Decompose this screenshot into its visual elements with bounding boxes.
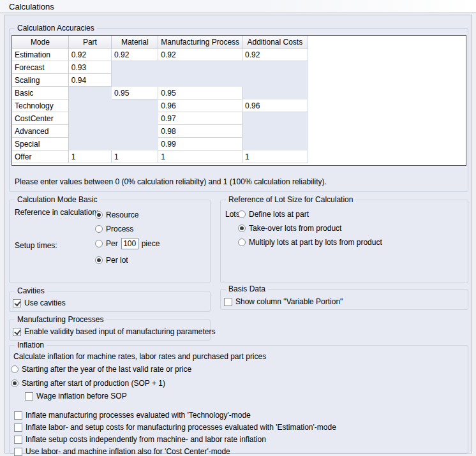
- group-title: Inflation: [15, 341, 47, 349]
- accuracy-value-cell[interactable]: 1: [69, 151, 112, 163]
- checkbox-enable-validity-input[interactable]: Enable validity based input of manufactu…: [13, 327, 216, 337]
- accuracy-row-technology: Technology0.960.96: [12, 99, 466, 112]
- accuracy-disabled-cell: [69, 99, 112, 112]
- accuracy-value-cell[interactable]: 1: [158, 151, 242, 163]
- grid-filler: [308, 151, 466, 163]
- accuracy-range-note: Please enter values between 0 (0% calcul…: [15, 177, 327, 186]
- accuracy-disabled-cell: [69, 138, 112, 151]
- accuracy-disabled-cell: [112, 112, 158, 125]
- radio-indicator[interactable]: [11, 379, 19, 387]
- checkbox-indicator[interactable]: [14, 448, 22, 456]
- accuracy-value-cell[interactable]: 0.92: [112, 48, 158, 61]
- inflation-description: Calculate inflation for machine rates, l…: [13, 352, 266, 361]
- accuracy-row-scaling: Scaling0.94: [12, 74, 466, 87]
- accuracy-row-costcenter: CostCenter0.97: [12, 112, 466, 125]
- accuracy-value-cell[interactable]: 0.95: [112, 87, 158, 99]
- page-header: Calculations: [0, 0, 476, 13]
- accuracy-value-cell[interactable]: 1: [242, 151, 308, 163]
- radio-indicator[interactable]: [95, 240, 103, 247]
- accuracy-value-cell[interactable]: 0.94: [69, 74, 112, 87]
- grid-filler: [308, 61, 466, 74]
- accuracy-value-cell[interactable]: 0.93: [69, 61, 112, 74]
- radio-indicator[interactable]: [95, 225, 103, 233]
- accuracy-value-cell[interactable]: 0.96: [242, 99, 308, 112]
- accuracy-value-cell[interactable]: 1: [112, 151, 158, 163]
- radio-define-lots-at-part[interactable]: Define lots at part: [238, 209, 309, 219]
- accuracy-disabled-cell: [69, 125, 112, 138]
- radio-start-after-last-valid-rate[interactable]: Starting after the year of the last vali…: [11, 364, 191, 374]
- accuracy-value-cell[interactable]: 0.97: [158, 112, 242, 125]
- per-piece-input[interactable]: [121, 238, 138, 249]
- checkbox-label: Wage inflation before SOP: [36, 392, 127, 401]
- accuracy-disabled-cell: [112, 138, 158, 151]
- checkbox-indicator[interactable]: [25, 392, 33, 401]
- group-title: Cavities: [15, 286, 47, 295]
- radio-indicator[interactable]: [11, 365, 19, 373]
- grid-filler: [308, 125, 466, 138]
- accuracy-disabled-cell: [112, 74, 158, 87]
- checkbox-inflate-setup-costs-independently[interactable]: Inflate setup costs independently from m…: [14, 434, 266, 445]
- radio-take-over-lots[interactable]: Take-over lots from product: [238, 223, 341, 233]
- accuracy-value-cell[interactable]: 0.95: [158, 87, 242, 99]
- group-title: Calculation Mode Basic: [15, 195, 100, 204]
- group-title: Manufacturing Processes: [15, 315, 106, 324]
- setup-times-label: Setup times:: [15, 241, 57, 250]
- mode-cell: CostCenter: [12, 112, 69, 125]
- checkbox-use-inflation-cost-center-mode[interactable]: Use labor- and machine inflation also fo…: [14, 446, 230, 456]
- checkbox-inflate-estimation-mode[interactable]: Inflate labor- and setup costs for manuf…: [14, 422, 336, 432]
- accuracy-value-cell[interactable]: 0.99: [158, 138, 242, 151]
- radio-indicator[interactable]: [238, 210, 246, 218]
- mode-cell: Basic: [12, 87, 69, 99]
- group-title: Reference of Lot Size for Calculation: [226, 195, 355, 204]
- accuracy-disabled-cell: [69, 87, 112, 99]
- radio-multiply-lots[interactable]: Multiply lots at part by lots from produ…: [238, 237, 382, 247]
- accuracy-row-forecast: Forecast0.93: [12, 61, 466, 74]
- radio-label: Define lots at part: [249, 210, 309, 219]
- calculations-page: Calculations Calculation Accuracies Mode…: [0, 0, 476, 456]
- radio-resource[interactable]: Resource: [95, 210, 138, 220]
- radio-indicator[interactable]: [238, 224, 246, 232]
- radio-label: Per: [106, 239, 118, 248]
- radio-label: Take-over lots from product: [249, 224, 341, 233]
- radio-indicator[interactable]: [95, 211, 103, 219]
- checkbox-label: Inflate setup costs independently from m…: [26, 435, 266, 444]
- checkbox-indicator[interactable]: [224, 298, 232, 306]
- column-header-material[interactable]: Material: [112, 36, 158, 48]
- accuracy-value-cell[interactable]: 0.92: [242, 48, 308, 61]
- column-header-part[interactable]: Part: [69, 36, 112, 48]
- accuracy-disabled-cell: [242, 112, 308, 125]
- checkbox-show-variable-portion[interactable]: Show column "Variable Portion": [224, 297, 343, 307]
- accuracy-value-cell[interactable]: 0.92: [69, 48, 112, 61]
- radio-label: Starting after start of production (SOP …: [22, 379, 165, 388]
- checkbox-wage-inflation-before-sop[interactable]: Wage inflation before SOP: [25, 391, 127, 401]
- column-header-mode[interactable]: Mode: [12, 36, 69, 48]
- checkbox-indicator[interactable]: [13, 328, 21, 336]
- checkbox-indicator[interactable]: [14, 411, 22, 420]
- radio-per-lot[interactable]: Per lot: [95, 255, 128, 265]
- accuracies-header-row: ModePartMaterialManufacturing ProcessAdd…: [12, 36, 466, 48]
- accuracies-table: ModePartMaterialManufacturing ProcessAdd…: [12, 36, 466, 163]
- radio-label: Process: [106, 224, 133, 233]
- radio-indicator[interactable]: [238, 239, 246, 246]
- accuracy-value-cell[interactable]: 0.92: [158, 48, 242, 61]
- column-header-additional-costs[interactable]: Additional Costs: [242, 36, 308, 48]
- mode-cell: Special: [12, 138, 69, 151]
- checkbox-indicator[interactable]: [14, 423, 22, 432]
- accuracy-disabled-cell: [242, 138, 308, 151]
- checkbox-indicator[interactable]: [13, 299, 21, 307]
- checkbox-label: Inflate labor- and setup costs for manuf…: [26, 423, 336, 432]
- checkbox-label: Show column "Variable Portion": [235, 297, 343, 306]
- group-basis-data: Basis Data Show column "Variable Portion…: [220, 289, 468, 310]
- column-header-manufacturing-process[interactable]: Manufacturing Process: [158, 36, 242, 48]
- radio-per-piece[interactable]: Per piece: [95, 239, 160, 249]
- checkbox-indicator[interactable]: [14, 436, 22, 444]
- radio-indicator[interactable]: [95, 256, 103, 264]
- accuracy-value-cell[interactable]: 0.98: [158, 125, 242, 138]
- accuracy-value-cell[interactable]: 0.96: [158, 99, 242, 112]
- radio-start-after-sop[interactable]: Starting after start of production (SOP …: [11, 378, 165, 388]
- radio-process[interactable]: Process: [95, 224, 133, 234]
- accuracy-row-offer: Offer1111: [12, 151, 466, 163]
- checkbox-use-cavities[interactable]: Use cavities: [13, 298, 66, 308]
- checkbox-inflate-technology-mode[interactable]: Inflate manufacturing processes evaluate…: [14, 410, 251, 420]
- page-title: Calculations: [9, 2, 54, 11]
